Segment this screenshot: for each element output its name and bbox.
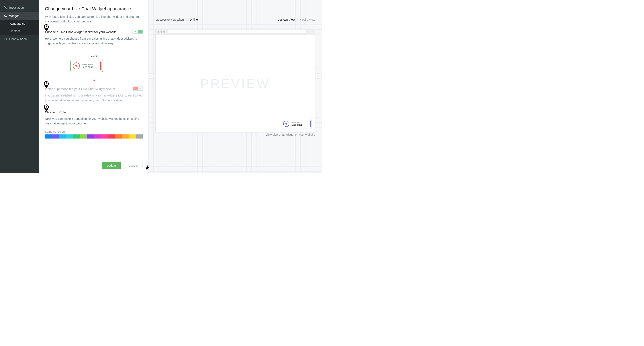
settings-panel: Change your Live Chat Widget appearance … [39,0,148,173]
color-swatch[interactable] [45,134,52,138]
view-mobile[interactable]: Mobile View [300,18,315,21]
view-on-website-link[interactable]: View Live Chat Widget on your website [266,133,315,136]
color-swatch[interactable] [101,134,108,138]
preview-watermark: PREVIEW [200,76,270,91]
color-swatch[interactable] [129,134,136,138]
section-personalize-sticker: 2 Instead, personalize your Live Chat Wi… [45,86,143,103]
sidebar-subitem-appearance[interactable]: Appearance [0,20,39,27]
preview-browser: PREVIEW We're online! Let's chat! [156,28,315,132]
sidebar-subitem-content[interactable]: Content [0,27,39,35]
preview-chat-widget[interactable]: We're online! Let's chat! [281,119,312,129]
gear-icon [4,14,7,17]
cursor-arrow-annotation [144,164,150,171]
color-swatch[interactable] [136,134,143,138]
colors-row [45,134,143,138]
sidebar-item-chat-window[interactable]: Chat Window [0,35,39,43]
widget-cta: Let's chat! [291,123,302,126]
preview-status-select[interactable]: Online [190,18,198,21]
toggle-use-preset-sticker[interactable] [132,29,143,34]
chat-icon [73,62,80,69]
color-swatch[interactable] [52,134,59,138]
window-icon [4,37,7,41]
color-swatch[interactable] [108,134,115,138]
section-desc: Here, we help you choose from our existi… [45,36,143,46]
update-button[interactable]: Update [102,162,121,169]
step-pin-3: 3 [44,104,49,111]
color-swatch[interactable] [115,134,122,138]
settings-footer: Update Cancel [39,158,148,173]
close-icon[interactable] [312,6,316,10]
toggle-custom-sticker[interactable] [132,86,143,91]
tools-icon [4,6,7,9]
color-swatch[interactable] [94,134,101,138]
sticker-name: Cord [45,54,143,57]
sticker-online-label: We're online [82,63,94,66]
section-choose-sticker: 1 Choose a Live Chat Widget sticker for … [45,29,143,82]
section-title: Choose a Live Chat Widget sticker for yo… [45,29,130,34]
chat-icon [283,121,289,127]
hamburger-icon [310,30,313,33]
section-desc: If you aren't satisfied with our existin… [45,93,143,103]
sidebar-item-label: Chat Window [9,37,27,41]
color-swatch[interactable] [80,134,87,138]
step-pin-1: 1 [44,24,49,31]
widget-online-label: We're online! [291,121,302,123]
section-choose-color: 3 Choose a Color Now, you can make it ap… [45,110,143,139]
section-desc: Now, you can make it appealing for your … [45,116,143,126]
sidebar-item-label: Installation [9,6,24,9]
section-title: Instead, personalize your Live Chat Widg… [45,86,130,91]
sidebar-item-installation[interactable]: Installation [0,3,39,12]
traffic-light-icon [163,31,165,33]
sidebar: Installation Widget Appearance Content C… [0,0,39,173]
or-divider: -OR- [45,79,143,82]
sticker-option-cord[interactable]: We're online Let's chat! [70,60,103,72]
page-intro: With just a few clicks, you can customiz… [45,14,143,24]
traffic-light-icon [158,31,159,33]
color-swatch[interactable] [66,134,73,138]
step-pin-2: 2 [44,81,49,88]
sticker-cta: Let's chat! [82,66,94,68]
view-desktop[interactable]: Desktop View [278,18,295,21]
colors-label: Standard Colors [45,130,143,133]
address-bar [168,30,307,33]
color-swatch[interactable] [73,134,80,138]
page-title: Change your Live Chat Widget appearance [45,6,143,11]
sidebar-item-widget[interactable]: Widget [0,12,39,20]
sidebar-subnav: Appearance Content [0,20,39,35]
section-title: Choose a Color [45,110,143,114]
traffic-light-icon [160,31,162,33]
browser-chrome [156,29,315,35]
color-swatch[interactable] [87,134,94,138]
sidebar-item-label: Widget [9,14,19,17]
cancel-button[interactable]: Cancel [124,162,143,169]
color-swatch[interactable] [59,134,66,138]
color-swatch[interactable] [122,134,129,138]
sticker-option-compact[interactable] [108,62,118,70]
preview-panel: My website view when I'm Online Desktop … [148,0,322,173]
preview-prefix: My website view when I'm [156,18,188,21]
